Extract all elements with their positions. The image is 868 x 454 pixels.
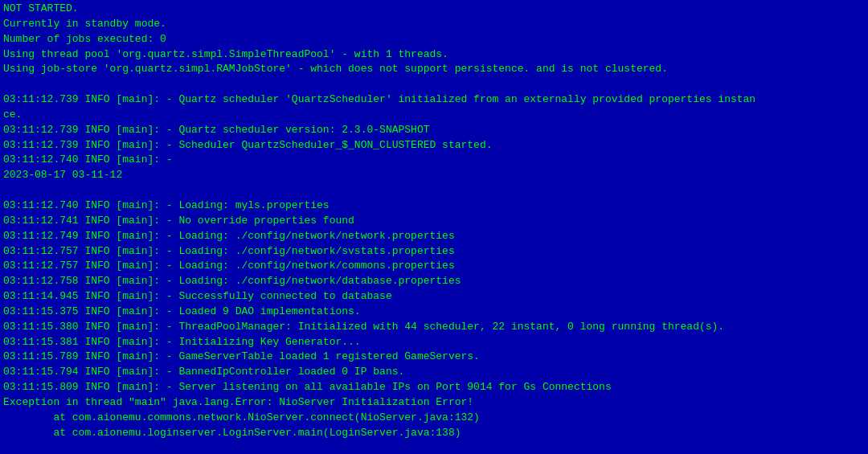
terminal-line: 03:11:15.809 INFO [main]: - Server liste… xyxy=(3,380,865,395)
terminal-line: 03:11:12.739 INFO [main]: - Scheduler Qu… xyxy=(3,138,865,153)
terminal-line: 03:11:12.758 INFO [main]: - Loading: ./c… xyxy=(3,274,865,289)
terminal-line: Number of jobs executed: 0 xyxy=(3,32,865,47)
terminal-line: 03:11:12.757 INFO [main]: - Loading: ./c… xyxy=(3,244,865,260)
terminal-line: 03:11:15.380 INFO [main]: - ThreadPoolMa… xyxy=(3,320,865,335)
terminal-line: 2023-08-17 03-11-12 xyxy=(3,168,865,183)
terminal-line: Exception in thread "main" java.lang.Err… xyxy=(3,395,865,411)
terminal-line xyxy=(3,77,865,92)
terminal-line: Currently in standby mode. xyxy=(3,17,865,32)
terminal-line: 03:11:15.375 INFO [main]: - Loaded 9 DAO… xyxy=(3,305,865,320)
terminal-line: ce. xyxy=(3,108,865,123)
terminal-line: 03:11:15.794 INFO [main]: - BannedIpCont… xyxy=(3,365,865,380)
terminal-line: 03:11:12.757 INFO [main]: - Loading: ./c… xyxy=(3,259,865,274)
terminal-line: 03:11:12.739 INFO [main]: - Quartz sched… xyxy=(3,123,865,138)
terminal-line: NOT STARTED. xyxy=(3,2,865,17)
terminal-line: 03:11:15.789 INFO [main]: - GameServerTa… xyxy=(3,350,865,365)
terminal-line xyxy=(3,183,865,198)
terminal-line: at com.aionemu.loginserver.LoginServer.m… xyxy=(3,426,865,441)
terminal-output: NOT STARTED. Currently in standby mode. … xyxy=(0,0,868,454)
terminal-line: 03:11:14.945 INFO [main]: - Successfully… xyxy=(3,289,865,305)
terminal-line: Using job-store 'org.quartz.simpl.RAMJob… xyxy=(3,62,865,77)
terminal-line: 03:11:12.740 INFO [main]: - Loading: myl… xyxy=(3,198,865,214)
terminal-line: at com.aionemu.commons.network.NioServer… xyxy=(3,411,865,426)
terminal-line: 03:11:15.381 INFO [main]: - Initializing… xyxy=(3,335,865,350)
terminal-line: 03:11:12.749 INFO [main]: - Loading: ./c… xyxy=(3,229,865,244)
terminal-line: 03:11:12.741 INFO [main]: - No override … xyxy=(3,214,865,229)
terminal-line: 03:11:12.740 INFO [main]: - xyxy=(3,153,865,168)
terminal-line: Using thread pool 'org.quartz.simpl.Simp… xyxy=(3,47,865,63)
terminal-line: 03:11:12.739 INFO [main]: - Quartz sched… xyxy=(3,92,865,108)
